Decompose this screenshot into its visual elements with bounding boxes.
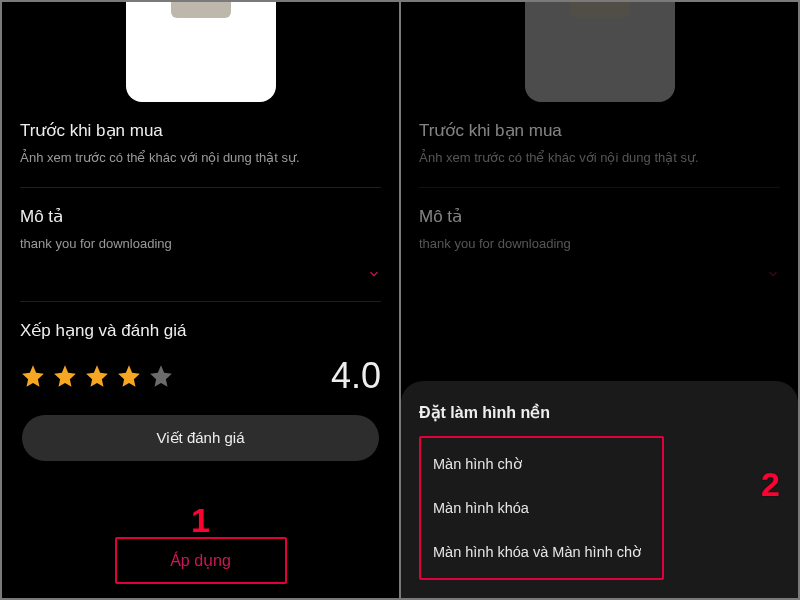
description-section: Mô tả thank you for downloading [20, 188, 381, 302]
before-buy-note: Ảnh xem trước có thể khác với nội dung t… [419, 149, 780, 167]
rating-score: 4.0 [331, 355, 381, 397]
before-buy-section: Trước khi bạn mua Ảnh xem trước có thể k… [419, 102, 780, 188]
description-body: thank you for downloading [419, 235, 780, 253]
wallpaper-preview [525, 2, 675, 102]
star-icon [52, 363, 78, 389]
annotation-step-1: 1 [191, 501, 210, 540]
annotation-step-2: 2 [761, 465, 780, 504]
chevron-down-icon[interactable] [367, 267, 381, 281]
description-title: Mô tả [20, 206, 381, 227]
before-buy-title: Trước khi bạn mua [20, 120, 381, 141]
star-icon-empty [148, 363, 174, 389]
before-buy-section: Trước khi bạn mua Ảnh xem trước có thể k… [20, 102, 381, 188]
star-icon [20, 363, 46, 389]
wallpaper-preview [126, 2, 276, 102]
ratings-title: Xếp hạng và đánh giá [20, 320, 381, 341]
ratings-section: Xếp hạng và đánh giá 4.0 Viết đánh giá [20, 302, 381, 467]
write-review-button[interactable]: Viết đánh giá [22, 415, 379, 461]
star-icon [84, 363, 110, 389]
option-both-screens[interactable]: Màn hình khóa và Màn hình chờ [429, 530, 654, 574]
screenshot-right: Trước khi bạn mua Ảnh xem trước có thể k… [401, 2, 798, 598]
description-title: Mô tả [419, 206, 780, 227]
sheet-title: Đặt làm hình nền [419, 403, 780, 422]
screenshot-left: Trước khi bạn mua Ảnh xem trước có thể k… [2, 2, 399, 598]
option-lock-screen[interactable]: Màn hình khóa [429, 486, 654, 530]
star-row [20, 363, 174, 389]
sheet-options-highlight: Màn hình chờ Màn hình khóa Màn hình khóa… [419, 436, 664, 580]
before-buy-title: Trước khi bạn mua [419, 120, 780, 141]
option-home-screen[interactable]: Màn hình chờ [429, 442, 654, 486]
before-buy-note: Ảnh xem trước có thể khác với nội dung t… [20, 149, 381, 167]
detail-content: Trước khi bạn mua Ảnh xem trước có thể k… [2, 102, 399, 467]
description-body: thank you for downloading [20, 235, 381, 253]
chevron-down-icon[interactable] [766, 267, 780, 281]
detail-content-dimmed: Trước khi bạn mua Ảnh xem trước có thể k… [401, 2, 798, 301]
set-wallpaper-sheet: Đặt làm hình nền Màn hình chờ Màn hình k… [401, 381, 798, 598]
description-section: Mô tả thank you for downloading [419, 188, 780, 301]
apply-button[interactable]: Áp dụng [115, 537, 287, 584]
star-icon [116, 363, 142, 389]
